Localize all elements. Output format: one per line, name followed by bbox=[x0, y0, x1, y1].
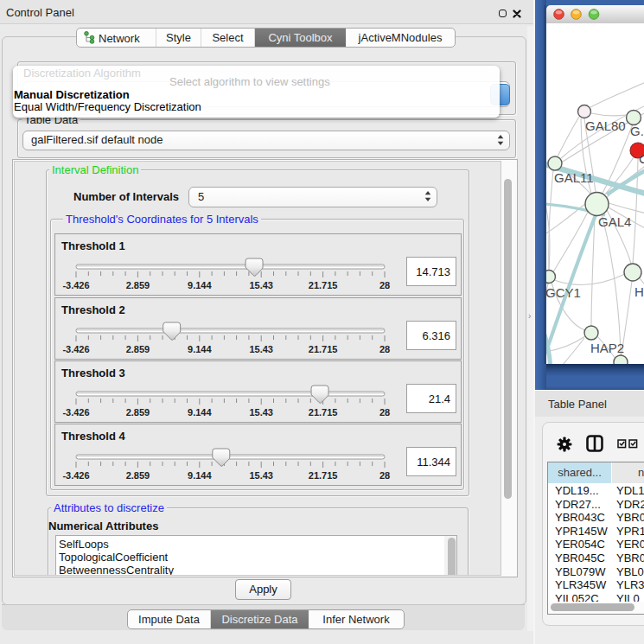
svg-text:-3.426: -3.426 bbox=[62, 470, 89, 481]
svg-text:28: 28 bbox=[379, 280, 390, 290]
svg-text:G.: G. bbox=[630, 124, 644, 138]
svg-text:-3.426: -3.426 bbox=[62, 344, 89, 354]
svg-text:2.859: 2.859 bbox=[126, 470, 150, 481]
svg-text:GAL80: GAL80 bbox=[585, 118, 626, 133]
svg-text:9.144: 9.144 bbox=[188, 470, 212, 481]
svg-text:9.144: 9.144 bbox=[188, 344, 212, 354]
svg-text:21.715: 21.715 bbox=[309, 344, 338, 354]
svg-text:GAL4: GAL4 bbox=[598, 214, 631, 229]
svg-text:GCY1: GCY1 bbox=[546, 285, 581, 300]
svg-text:9.144: 9.144 bbox=[188, 280, 212, 290]
svg-text:C: C bbox=[639, 151, 644, 166]
svg-text:2.859: 2.859 bbox=[126, 344, 150, 354]
svg-text:28: 28 bbox=[379, 470, 390, 481]
svg-text:2.859: 2.859 bbox=[126, 280, 150, 290]
svg-text:15.43: 15.43 bbox=[249, 344, 273, 354]
svg-text:21.715: 21.715 bbox=[309, 280, 338, 290]
svg-text:HAP2: HAP2 bbox=[590, 341, 624, 355]
svg-text:H: H bbox=[634, 284, 644, 299]
svg-text:GAL11: GAL11 bbox=[554, 170, 594, 185]
svg-text:-3.426: -3.426 bbox=[62, 280, 89, 290]
svg-text:15.43: 15.43 bbox=[249, 470, 273, 481]
svg-text:28: 28 bbox=[379, 344, 390, 354]
svg-text:2.859: 2.859 bbox=[126, 407, 150, 418]
svg-text:15.43: 15.43 bbox=[249, 407, 273, 418]
svg-text:-3.426: -3.426 bbox=[62, 407, 89, 418]
svg-text:21.715: 21.715 bbox=[309, 407, 338, 418]
svg-text:21.715: 21.715 bbox=[309, 470, 338, 481]
svg-text:9.144: 9.144 bbox=[188, 407, 212, 418]
svg-text:28: 28 bbox=[379, 407, 390, 418]
svg-text:15.43: 15.43 bbox=[249, 280, 273, 290]
